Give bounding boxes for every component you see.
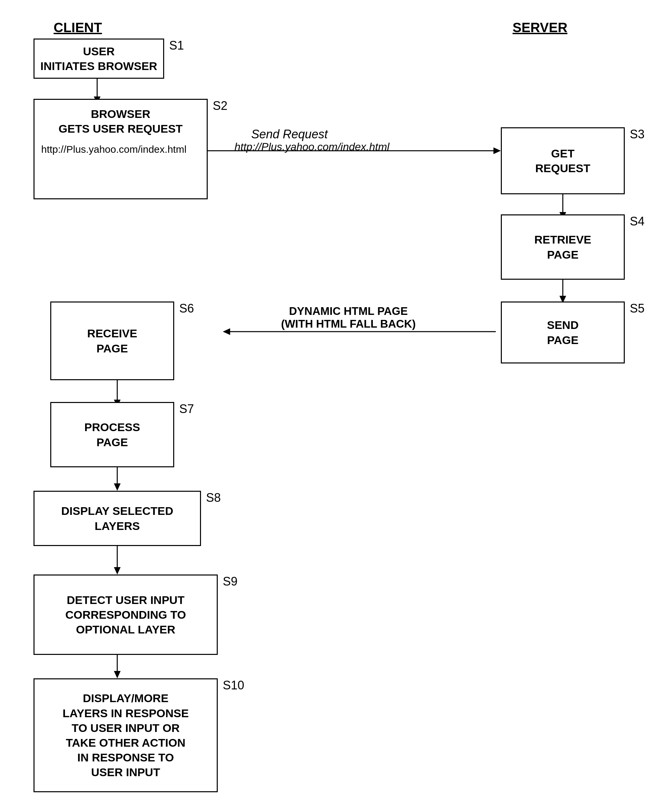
step-s3: S3 [630, 127, 645, 141]
box-s10: DISPLAY/MORELAYERS IN RESPONSETO USER IN… [34, 678, 218, 792]
diagram-container: CLIENT SERVER USERINITIATES BROWSER S1 B… [0, 0, 671, 812]
box-s3: GETREQUEST [501, 127, 625, 194]
box-s6: RECEIVEPAGE [50, 301, 174, 380]
step-s1: S1 [169, 39, 184, 53]
svg-marker-9 [223, 328, 230, 335]
step-s5: S5 [630, 301, 645, 315]
svg-marker-13 [114, 483, 121, 491]
step-s4: S4 [630, 214, 645, 228]
box-s8: DISPLAY SELECTEDLAYERS [34, 491, 201, 546]
client-label: CLIENT [54, 20, 102, 35]
box-s2: BROWSERGETS USER REQUEST http://Plus.yah… [34, 99, 208, 199]
send-request-url: http://Plus.yahoo.com/index.html [235, 141, 389, 153]
box-s7: PROCESSPAGE [50, 402, 174, 467]
svg-marker-3 [494, 147, 501, 154]
step-s9: S9 [223, 574, 237, 589]
dynamic-html-label: DYNAMIC HTML PAGE(WITH HTML FALL BACK) [235, 305, 462, 330]
step-s10: S10 [223, 678, 244, 693]
svg-marker-15 [114, 567, 121, 574]
box-s4: RETRIEVEPAGE [501, 214, 625, 280]
step-s8: S8 [206, 491, 221, 505]
send-request-label: Send Request [251, 127, 328, 141]
server-label: SERVER [513, 20, 567, 35]
box-s9: DETECT USER INPUTCORRESPONDING TOOPTIONA… [34, 574, 218, 655]
step-s6: S6 [179, 301, 194, 315]
box-s5: SENDPAGE [501, 301, 625, 363]
step-s7: S7 [179, 402, 194, 416]
svg-marker-17 [114, 671, 121, 678]
step-s2: S2 [213, 99, 227, 113]
box-s1: USERINITIATES BROWSER [34, 39, 164, 79]
